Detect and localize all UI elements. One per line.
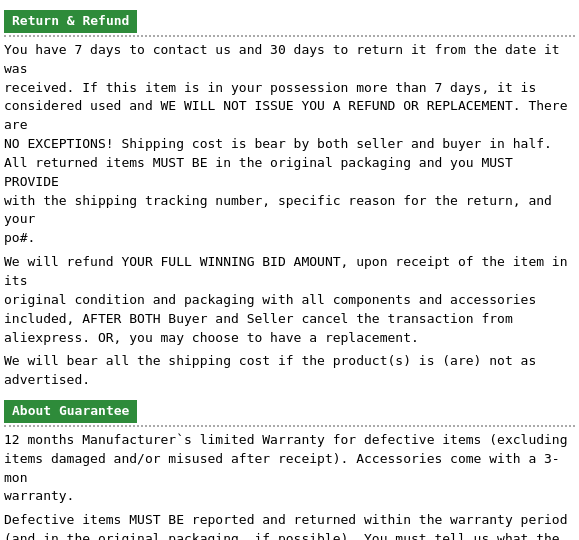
paragraph-return-refund-0: You have 7 days to contact us and 30 day…	[4, 41, 575, 248]
section-header-about-guarantee: About Guarantee	[4, 400, 137, 423]
paragraph-about-guarantee-0: 12 months Manufacturer`s limited Warrant…	[4, 431, 575, 506]
section-header-return-refund: Return & Refund	[4, 10, 137, 33]
section-return-refund: Return & RefundYou have 7 days to contac…	[4, 6, 575, 390]
section-divider-about-guarantee	[4, 425, 575, 427]
paragraph-return-refund-1: We will refund YOUR FULL WINNING BID AMO…	[4, 253, 575, 347]
section-divider-return-refund	[4, 35, 575, 37]
paragraph-return-refund-2: We will bear all the shipping cost if th…	[4, 352, 575, 390]
page-container: Return & RefundYou have 7 days to contac…	[4, 6, 575, 540]
section-about-guarantee: About Guarantee12 months Manufacturer`s …	[4, 396, 575, 540]
paragraph-about-guarantee-1: Defective items MUST BE reported and ret…	[4, 511, 575, 540]
